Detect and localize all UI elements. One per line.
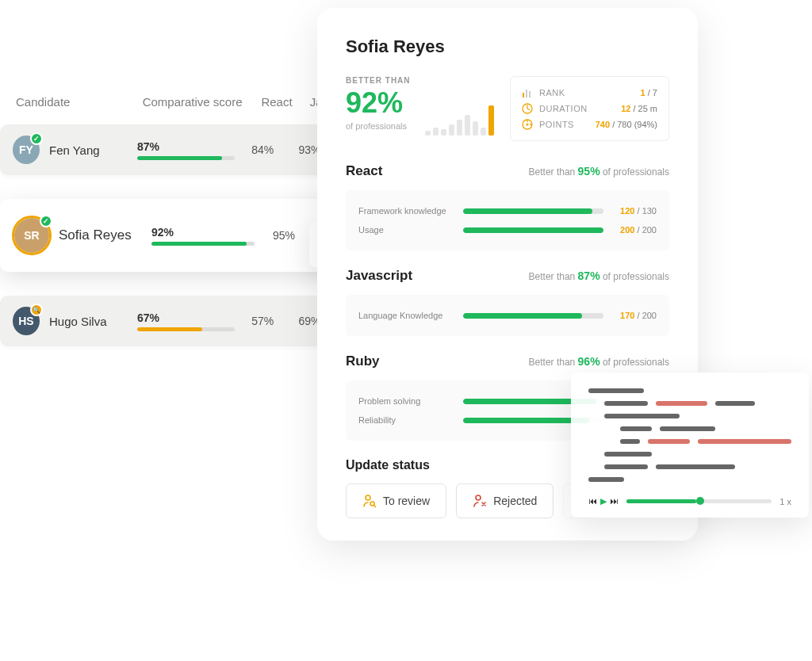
stat-points-value: 740 / 780 (94%) xyxy=(596,120,657,129)
skill-section: Javascript Better than 87% of profession… xyxy=(346,268,669,336)
section-better-than: Better than 87% of professionals xyxy=(529,269,669,282)
svg-point-8 xyxy=(476,495,481,500)
svg-rect-1 xyxy=(526,90,527,97)
stat-points: POINTS 740 / 780 (94%) xyxy=(522,117,657,132)
comparative-score: 67% xyxy=(137,311,235,331)
code-playback-card: ⏮ ▶ ⏭ 1 x xyxy=(571,373,809,518)
header-react: React xyxy=(261,95,300,109)
better-than-box: BETTER THAN 92% of professionals xyxy=(346,76,494,141)
stats-box: RANK 1 / 7 DURATION 12 / 25 m POINTS 740… xyxy=(510,76,669,141)
skill-bar xyxy=(463,208,603,214)
playback-speed[interactable]: 1 x xyxy=(779,497,791,506)
skill-row: Framework knowledge 120 / 130 xyxy=(358,201,657,220)
search-badge-icon xyxy=(30,304,43,316)
skill-section: React Better than 95% of professionals F… xyxy=(346,163,669,250)
skill-row: Language Knowledge 170 / 200 xyxy=(358,306,657,325)
section-better-than: Better than 96% of professionals xyxy=(529,355,669,368)
check-badge-icon xyxy=(30,132,43,145)
react-score: 57% xyxy=(244,315,282,327)
to-review-label: To review xyxy=(383,495,430,507)
stat-rank-label: RANK xyxy=(539,88,634,97)
person-reject-icon xyxy=(473,494,487,508)
section-title: React xyxy=(346,163,382,179)
section-title: Ruby xyxy=(346,353,380,369)
comparative-score: 87% xyxy=(137,140,235,160)
skill-label: Usage xyxy=(358,225,454,235)
clock-icon xyxy=(522,103,533,114)
candidate-list: Candidate Comparative score React Javas … xyxy=(0,95,341,370)
stat-duration-value: 12 / 25 m xyxy=(621,104,657,113)
skill-label: Language Knowledge xyxy=(358,311,454,320)
skill-bar xyxy=(463,227,603,233)
skill-label: Reliability xyxy=(358,415,454,425)
svg-point-5 xyxy=(527,124,529,126)
bars-icon xyxy=(522,87,533,98)
avatar: HS xyxy=(13,307,40,335)
distribution-sparkline xyxy=(425,102,494,136)
header-score: Comparative score xyxy=(143,95,252,109)
candidate-name: Hugo Silva xyxy=(49,315,128,328)
avatar: SR xyxy=(14,218,49,253)
stat-rank: RANK 1 / 7 xyxy=(522,85,657,101)
react-score: 84% xyxy=(244,143,282,156)
skill-box: Framework knowledge 120 / 130 Usage 200 … xyxy=(346,190,669,250)
skill-label: Problem solving xyxy=(358,396,454,406)
play-icon[interactable]: ▶ xyxy=(600,496,607,506)
comparative-score: 92% xyxy=(151,226,255,246)
stat-duration: DURATION 12 / 25 m xyxy=(522,101,657,117)
svg-rect-2 xyxy=(529,91,530,97)
person-search-icon xyxy=(362,494,377,508)
header-candidate: Candidate xyxy=(16,95,133,109)
section-better-than: Better than 95% of professionals xyxy=(529,165,669,178)
candidate-name: Sofia Reyes xyxy=(59,227,142,243)
avatar: FY xyxy=(13,136,40,164)
skill-score: 200 / 200 xyxy=(613,225,657,235)
candidate-row[interactable]: HS Hugo Silva 67% 57% 69% xyxy=(0,296,341,346)
detail-candidate-name: Sofia Reyes xyxy=(346,36,669,57)
to-review-button[interactable]: To review xyxy=(346,483,446,518)
section-title: Javascript xyxy=(346,268,412,284)
skill-score: 170 / 200 xyxy=(613,311,657,320)
stat-rank-value: 1 / 7 xyxy=(641,88,657,97)
svg-point-6 xyxy=(366,495,370,500)
code-lines xyxy=(588,388,791,482)
summary-row: BETTER THAN 92% of professionals RANK 1 … xyxy=(346,76,669,141)
rejected-button[interactable]: Rejected xyxy=(456,483,553,518)
react-score: 95% xyxy=(264,229,304,242)
target-icon xyxy=(522,119,533,130)
skill-bar xyxy=(463,313,603,319)
skill-score: 120 / 130 xyxy=(613,206,657,216)
skill-row: Usage 200 / 200 xyxy=(358,220,657,239)
stat-duration-label: DURATION xyxy=(539,104,615,113)
better-than-label: BETTER THAN xyxy=(346,76,494,85)
playback-track[interactable] xyxy=(626,499,772,503)
prev-icon[interactable]: ⏮ xyxy=(588,496,597,506)
stat-points-label: POINTS xyxy=(539,120,589,129)
next-icon[interactable]: ⏭ xyxy=(610,496,619,506)
candidate-name: Fen Yang xyxy=(49,143,128,157)
check-badge-icon xyxy=(40,215,52,227)
skill-label: Framework knowledge xyxy=(358,206,454,216)
candidate-headers: Candidate Comparative score React Javas xyxy=(0,95,341,124)
candidate-row[interactable]: FY Fen Yang 87% 84% 93% xyxy=(0,124,341,175)
svg-rect-0 xyxy=(523,93,524,97)
playback-controls: ⏮ ▶ ⏭ 1 x xyxy=(588,496,791,506)
skill-box: Language Knowledge 170 / 200 xyxy=(346,295,669,336)
rejected-label: Rejected xyxy=(493,495,537,507)
